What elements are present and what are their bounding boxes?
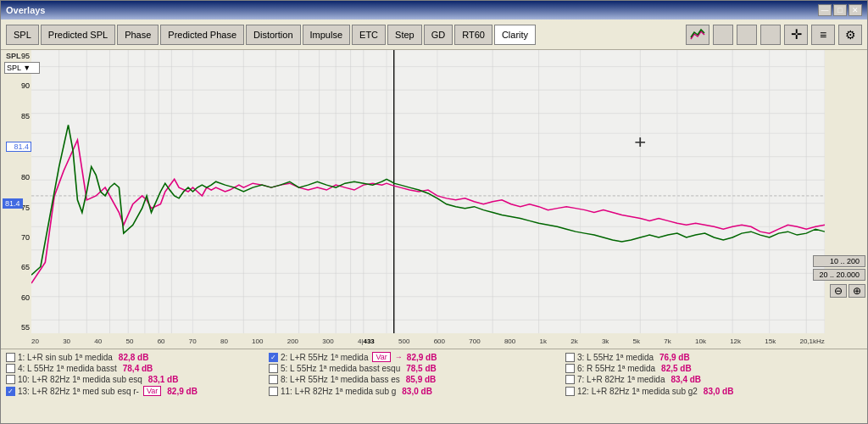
overlays-window: Overlays — □ ✕ SPL Predicted SPL Phase P… [0, 0, 868, 424]
x-label-50: 50 [125, 338, 133, 345]
x-label-100: 100 [252, 338, 263, 345]
legend-value-5: 78,5 dB [406, 364, 437, 373]
x-label-15k: 15k [765, 338, 776, 345]
legend-item-5: 5: L 55Hz 1ª medida basst esqu 78,5 dB [269, 364, 565, 373]
tab-gd[interactable]: GD [424, 25, 453, 45]
legend-label-13: 13: L+R 82Hz 1ª med sub esq r- [18, 387, 139, 396]
x-label-70: 70 [189, 338, 197, 345]
legend-cb-4[interactable] [6, 364, 15, 373]
chart-area: SPL SPL ▼ 81.4 [3, 50, 867, 349]
zoom-plus-btn[interactable]: ⊕ [849, 284, 865, 298]
x-label-800: 800 [504, 338, 515, 345]
settings-btn[interactable]: ⚙ [838, 25, 862, 45]
tab-step[interactable]: Step [387, 25, 422, 45]
chart-wrapper: SPL SPL ▼ 81.4 [1, 50, 867, 349]
legend-cb-3[interactable] [565, 353, 575, 362]
rect-btn-1[interactable] [713, 25, 733, 45]
y-label-55: 55 [6, 323, 31, 332]
tab-etc[interactable]: ETC [352, 25, 386, 45]
x-label-30: 30 [63, 338, 70, 345]
zoom-minus-btn[interactable]: ⊖ [830, 284, 847, 298]
tab-phase[interactable]: Phase [117, 25, 159, 45]
y-label-70: 70 [6, 233, 31, 242]
legend-item-11: 11: L+R 82Hz 1ª medida sub g 83,0 dB [269, 386, 565, 396]
range-btn-10-200[interactable]: 10 .. 200 [813, 255, 865, 267]
legend-item-7: 7: L+R 82Hz 1ª medida 83,4 dB [565, 375, 701, 384]
legend-label-1: 1: L+R sin sub 1ª medida [18, 353, 113, 362]
x-label-60: 60 [158, 338, 165, 345]
legend-cb-12[interactable] [565, 387, 575, 396]
legend-label-6: 6: R 55Hz 1ª medida [577, 364, 655, 373]
legend-value-8: 85,9 dB [406, 375, 437, 384]
legend-cb-1[interactable] [6, 353, 15, 362]
legend-value-2: 82,9 dB [407, 353, 437, 362]
var-btn-13[interactable]: Var [143, 386, 161, 396]
overlay-icon-btn[interactable] [686, 25, 709, 45]
tab-distortion[interactable]: Distortion [246, 25, 300, 45]
x-label-2k: 2k [570, 338, 577, 345]
spl-dropdown[interactable]: SPL ▼ [4, 62, 40, 74]
y-label-60: 60 [6, 293, 31, 302]
tab-predicted-spl[interactable]: Predicted SPL [41, 25, 115, 45]
legend-value-1: 82,8 dB [119, 353, 149, 362]
y-label-90: 90 [6, 81, 31, 90]
legend-cb-8[interactable] [269, 375, 278, 384]
tab-predicted-phase[interactable]: Predicted Phase [160, 25, 244, 45]
y-label-65: 65 [6, 263, 31, 271]
legend-cb-2[interactable]: ✓ [269, 353, 278, 362]
x-label-400: 4|433 [358, 338, 375, 345]
x-axis-labels: 20 30 40 50 60 70 80 100 200 300 4|433 5… [31, 333, 825, 349]
y-label-85: 85 [6, 112, 31, 120]
minimize-button[interactable]: — [818, 4, 832, 16]
legend-value-10: 83,1 dB [148, 375, 179, 384]
legend-value-13: 82,9 dB [167, 387, 198, 396]
legend-value-12: 83,0 dB [704, 387, 734, 396]
legend-cb-5[interactable] [269, 364, 278, 373]
var-btn-2[interactable]: Var [372, 352, 390, 362]
value-badge: 81.4 [3, 198, 23, 209]
legend-label-4: 4: L 55Hz 1ª medida basst [18, 364, 117, 373]
close-button[interactable]: ✕ [849, 4, 862, 16]
title-bar-controls: — □ ✕ [818, 4, 862, 16]
legend-item-10: 10: L+R 82Hz 1ª medida sub esq 83,1 dB [6, 375, 269, 384]
x-label-500: 500 [398, 338, 409, 345]
legend-cb-6[interactable] [565, 364, 575, 373]
x-label-700: 700 [469, 338, 480, 345]
x-label-7k: 7k [664, 338, 670, 345]
legend-cb-10[interactable] [6, 375, 15, 384]
legend-label-10: 10: L+R 82Hz 1ª medida sub esq [18, 375, 142, 384]
maximize-button[interactable]: □ [833, 4, 847, 16]
legend-label-5: 5: L 55Hz 1ª medida basst esqu [281, 364, 400, 373]
x-label-20k: 20,1kHz [799, 338, 824, 345]
x-label-200: 200 [287, 338, 298, 345]
spl-label: SPL [6, 52, 21, 60]
legend-item-8: 8: L+R 55Hz 1ª medida bass es 85,9 dB [269, 375, 565, 384]
legend-label-11: 11: L+R 82Hz 1ª medida sub g [281, 387, 396, 396]
range-btn-20-20000[interactable]: 20 .. 20.000 [813, 269, 865, 281]
legend-label-8: 8: L+R 55Hz 1ª medida bass es [281, 375, 400, 384]
tab-rt60[interactable]: RT60 [454, 25, 492, 45]
tab-clarity[interactable]: Clarity [494, 25, 536, 45]
tab-spl[interactable]: SPL [6, 25, 39, 45]
legend-cb-11[interactable] [269, 387, 278, 396]
x-label-20: 20 [31, 338, 39, 345]
toolbar-right: ✛ ≡ ⚙ [686, 25, 862, 45]
rect-btn-3[interactable] [760, 25, 781, 45]
x-label-3k: 3k [602, 338, 609, 345]
main-area: SPL SPL ▼ 81.4 [1, 50, 867, 349]
legend-cb-13[interactable]: ✓ [6, 387, 15, 396]
tab-group: SPL Predicted SPL Phase Predicted Phase … [6, 25, 536, 45]
legend-cb-7[interactable] [565, 375, 575, 384]
y-label-80: 80 [6, 173, 31, 181]
svg-rect-0 [31, 50, 825, 333]
tab-impulse[interactable]: Impulse [303, 25, 351, 45]
menu-btn[interactable]: ≡ [811, 25, 835, 45]
legend-label-2: 2: L+R 55Hz 1ª medida [281, 353, 368, 362]
y-label-81: 81.4 [6, 142, 31, 152]
rect-btn-2[interactable] [737, 25, 757, 45]
crosshair-btn[interactable]: ✛ [784, 25, 808, 45]
x-label-10k: 10k [695, 338, 706, 345]
legend-item-3: 3: L 55Hz 1ª medida 76,9 dB [565, 352, 690, 362]
toolbar: SPL Predicted SPL Phase Predicted Phase … [1, 20, 867, 50]
legend-row-2: 4: L 55Hz 1ª medida basst 78,4 dB 5: L 5… [6, 364, 862, 373]
